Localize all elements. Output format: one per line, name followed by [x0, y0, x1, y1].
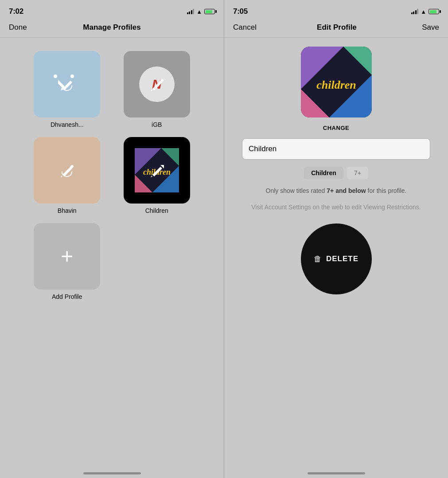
avatar-igb: N	[124, 51, 190, 118]
left-nav-title: Manage Profiles	[83, 23, 140, 32]
right-signal-icon	[411, 9, 419, 14]
delete-label: DELETE	[326, 255, 358, 263]
profile-dhvanesh[interactable]: ◡ Dhvanesh...	[34, 51, 100, 128]
left-home-indicator	[83, 472, 141, 474]
svg-text:children: children	[316, 78, 356, 91]
profile-icon-large: children	[301, 47, 372, 118]
avatar-children: children	[124, 137, 190, 204]
add-plus-icon: +	[61, 246, 73, 267]
rating-7plus-button[interactable]: 7+	[347, 167, 368, 179]
right-home-indicator	[308, 472, 365, 474]
edit-content: children CHANGE Children 7+ Only show ti…	[224, 38, 448, 303]
wifi-icon: ▲	[196, 8, 202, 15]
signal-icon	[187, 9, 195, 14]
pencil-overlay-children	[148, 161, 166, 179]
delete-button[interactable]: 🗑 DELETE	[301, 223, 372, 294]
save-button[interactable]: Save	[417, 23, 439, 32]
profile-name-dhvanesh: Dhvanesh...	[51, 121, 84, 128]
right-status-bar: 7:05 ▲	[224, 0, 448, 20]
pencil-overlay-igb	[148, 75, 166, 93]
battery-icon	[204, 9, 215, 14]
avatar-dhvanesh: ◡	[34, 51, 100, 118]
right-screen: 7:05 ▲ Cancel Edit Profile Save	[224, 0, 448, 478]
trash-icon: 🗑	[314, 255, 322, 264]
pencil-overlay-bhavin	[58, 161, 76, 179]
profiles-grid: ◡ Dhvanesh... N iGB	[0, 38, 224, 313]
rating-buttons: Children 7+	[304, 167, 368, 179]
account-settings-text: Visit Account Settings on the web to edi…	[238, 203, 434, 212]
profile-children[interactable]: children Children	[124, 137, 190, 214]
right-status-icons: ▲	[411, 8, 439, 15]
add-profile-box: +	[34, 223, 100, 290]
cancel-button[interactable]: Cancel	[233, 23, 257, 32]
left-status-bar: 7:02 ▲	[0, 0, 224, 20]
children-logo-large: children	[301, 47, 372, 118]
profile-igb[interactable]: N iGB	[124, 51, 190, 128]
name-input-container	[233, 138, 439, 160]
add-profile-button[interactable]: + Add Profile	[34, 223, 100, 300]
right-nav-bar: Cancel Edit Profile Save	[224, 20, 448, 37]
profile-bhavin[interactable]: ◡ Bhavin	[34, 137, 100, 214]
right-wifi-icon: ▲	[421, 8, 426, 15]
rating-info: Only show titles rated 7+ and below for …	[257, 186, 416, 196]
left-time: 7:02	[9, 7, 23, 16]
change-label[interactable]: CHANGE	[323, 125, 349, 131]
left-status-icons: ▲	[187, 8, 215, 15]
left-nav-bar: Done Manage Profiles	[0, 20, 224, 37]
right-battery-icon	[429, 9, 439, 14]
avatar-bhavin: ◡	[34, 137, 100, 204]
profile-name-children: Children	[145, 207, 168, 214]
name-input[interactable]	[242, 138, 430, 160]
add-profile-label: Add Profile	[52, 293, 82, 300]
profile-name-bhavin: Bhavin	[58, 207, 77, 214]
profile-name-igb: iGB	[152, 121, 162, 128]
done-button[interactable]: Done	[9, 23, 31, 32]
right-time: 7:05	[233, 7, 248, 16]
rating-children-button[interactable]: Children	[304, 167, 343, 179]
right-nav-title: Edit Profile	[317, 23, 357, 32]
left-screen: 7:02 ▲ Done Manage Profiles	[0, 0, 224, 478]
